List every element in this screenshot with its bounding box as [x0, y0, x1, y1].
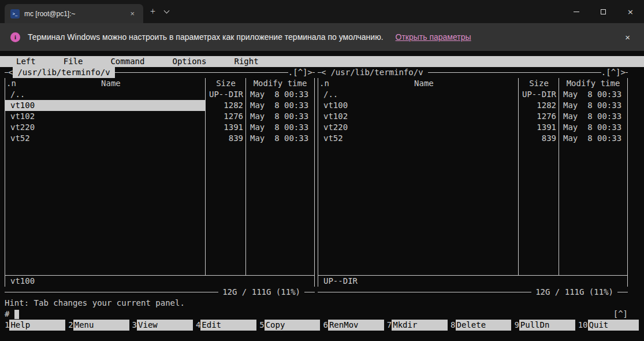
column-separator: [559, 78, 559, 275]
fkey-number: 6: [323, 320, 327, 331]
file-row[interactable]: vt102 1276 May 8 00:33: [5, 111, 314, 122]
file-mtime: May 8 00:33: [559, 133, 627, 144]
fkey-label: Edit: [200, 320, 256, 331]
file-mtime: May 8 00:33: [246, 122, 314, 133]
file-row[interactable]: vt52 839 May 8 00:33: [5, 133, 314, 144]
file-row[interactable]: vt220 1391 May 8 00:33: [5, 122, 314, 133]
panel-updir-button[interactable]: [^]: [606, 67, 620, 78]
file-name: vt52: [318, 133, 519, 144]
maximize-icon: [601, 9, 606, 14]
fkey-delete[interactable]: 8 Delete: [451, 320, 511, 331]
column-header-size[interactable]: Size: [519, 78, 559, 89]
file-row[interactable]: /.. UP--DIR May 8 00:33: [5, 89, 314, 100]
fkey-number: 10: [578, 320, 588, 331]
history-button[interactable]: [^]: [613, 309, 628, 320]
file-row[interactable]: vt100 1282 May 8 00:33: [318, 100, 627, 111]
fkey-number: 9: [514, 320, 519, 331]
panel-header-marker: >: [621, 67, 626, 78]
fkey-label: PullDn: [519, 320, 575, 331]
panel-top-border: < /usr/lib/terminfo/v . [^] >: [5, 67, 315, 78]
fkey-label: Delete: [456, 320, 512, 331]
column-header-size[interactable]: Size: [206, 78, 246, 89]
menu-file[interactable]: File: [64, 56, 83, 67]
menu-command[interactable]: Command: [110, 56, 144, 67]
file-mtime: May 8 00:33: [246, 100, 314, 111]
terminal-screen[interactable]: Left File Command Options Right < /usr/l…: [0, 51, 644, 341]
column-header-name[interactable]: Name: [414, 78, 434, 89]
file-size: 839: [206, 133, 246, 144]
panel-path[interactable]: /usr/lib/terminfo/v: [13, 67, 114, 78]
titlebar: >_ mc [root@pc1]:~ × + ×: [0, 0, 644, 23]
file-size: 1282: [519, 100, 559, 111]
close-button[interactable]: ×: [617, 0, 644, 23]
minimize-button[interactable]: [563, 0, 590, 23]
file-name: vt220: [5, 122, 206, 133]
border-segment: [626, 72, 628, 73]
column-header-mtime[interactable]: Modify time: [246, 78, 314, 89]
fkey-label: Help: [9, 320, 65, 331]
panel-path[interactable]: /usr/lib/terminfo/v: [326, 67, 427, 78]
tab-title: mc [root@pc1]:~: [24, 10, 122, 18]
file-name: vt52: [5, 133, 206, 144]
border-segment: [304, 292, 315, 292]
file-list: .n Name Size Modify time /.. UP--DIR May…: [318, 78, 628, 287]
column-header-name[interactable]: Name: [101, 78, 121, 89]
file-row[interactable]: vt102 1276 May 8 00:33: [318, 111, 627, 122]
fkey-edit[interactable]: 4 Edit: [196, 320, 256, 331]
column-separator: [245, 78, 246, 275]
fkey-label: Mkdir: [392, 320, 448, 331]
menu-left[interactable]: Left: [16, 56, 36, 67]
console-icon: >_: [10, 9, 20, 18]
file-row[interactable]: vt220 1391 May 8 00:33: [318, 122, 627, 133]
panel-bottom-border: 12G / 111G (11%): [5, 287, 315, 298]
banner-message: Терминал Windows можно настроить в парам…: [28, 32, 384, 42]
tab-close-icon[interactable]: ×: [127, 9, 137, 18]
menu-options[interactable]: Options: [172, 56, 206, 67]
file-mtime: May 8 00:33: [559, 100, 627, 111]
minimize-icon: [574, 12, 579, 12]
sort-indicator: .n: [5, 78, 16, 89]
file-row[interactable]: /.. UP--DIR May 8 00:33: [318, 89, 627, 100]
fkey-view[interactable]: 3 View: [132, 320, 193, 331]
fkey-mkdir[interactable]: 7 Mkdir: [387, 320, 448, 331]
tab-dropdown-button[interactable]: [165, 11, 169, 13]
fkey-copy[interactable]: 5 Copy: [259, 320, 320, 331]
terminal-window: >_ mc [root@pc1]:~ × + × i Терминал Wind…: [0, 0, 644, 341]
column-header-name-wrap: .n Name: [318, 78, 519, 89]
panel-updir-button[interactable]: [^]: [293, 67, 307, 78]
menu-right[interactable]: Right: [234, 56, 258, 67]
column-separator: [518, 78, 519, 275]
fkey-menu[interactable]: 2 Menu: [68, 320, 129, 331]
new-tab-button[interactable]: +: [150, 6, 155, 17]
file-mtime: May 8 00:33: [559, 122, 627, 133]
command-line[interactable]: # [^]: [0, 309, 644, 320]
border-segment: [617, 292, 628, 292]
text-cursor: [14, 310, 19, 319]
file-row[interactable]: vt52 839 May 8 00:33: [318, 133, 627, 144]
fkey-help[interactable]: 1 Help: [5, 320, 65, 331]
banner-close-icon[interactable]: ×: [621, 32, 634, 42]
dot-marker: .: [601, 67, 606, 78]
panel-top-border: < /usr/lib/terminfo/v . [^] >: [318, 67, 628, 78]
fkey-label: Copy: [265, 320, 321, 331]
panel-header-marker: >: [308, 67, 312, 78]
open-settings-link[interactable]: Открыть параметры: [396, 32, 471, 42]
info-banner: i Терминал Windows можно настроить в пар…: [0, 23, 644, 51]
fkey-quit[interactable]: 10 Quit: [578, 320, 639, 331]
maximize-button[interactable]: [590, 0, 617, 23]
file-name: /..: [318, 89, 519, 100]
disk-usage: 12G / 111G (11%): [218, 287, 304, 298]
fkey-pulldn[interactable]: 9 PullDn: [514, 320, 575, 331]
fkey-renmov[interactable]: 6 RenMov: [323, 320, 384, 331]
fkey-label: Menu: [73, 320, 129, 331]
file-name: vt220: [318, 122, 519, 133]
file-size: 1276: [519, 111, 559, 122]
file-name: vt100: [318, 100, 519, 111]
column-header-mtime[interactable]: Modify time: [559, 78, 627, 89]
file-size: UP--DIR: [519, 89, 559, 100]
empty-file-area: [5, 144, 314, 275]
file-row[interactable]: vt100 1282 May 8 00:33: [5, 100, 314, 111]
panel-header-marker: <: [321, 67, 326, 78]
border-segment: [5, 292, 218, 292]
tab-mc[interactable]: >_ mc [root@pc1]:~ ×: [5, 4, 143, 23]
